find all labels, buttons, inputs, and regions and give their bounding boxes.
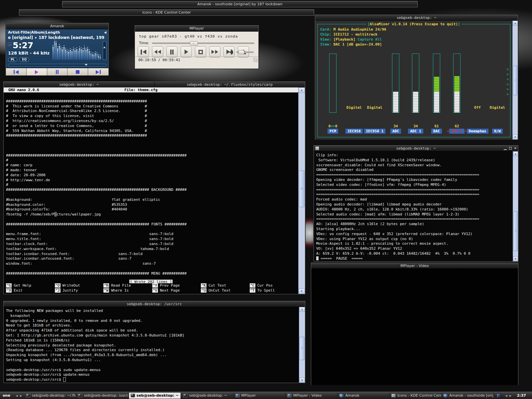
scrollbar-thumb[interactable] — [300, 337, 305, 360]
window-tab-fluxbox-styles[interactable]: seb@seb-desktop: ~/.fluxbox/styles/carp — [155, 82, 305, 87]
terminal-titlebar[interactable]: seb@seb-desktop: /usr/src — [4, 301, 305, 307]
task-terminal-home-active[interactable]: seb@seb-desktop: ~ — [129, 393, 181, 399]
scrollbar[interactable]: ▲ ▼ — [298, 87, 305, 294]
time-label: Time: — [139, 41, 149, 45]
maximize-button[interactable] — [509, 147, 512, 150]
track-progress-bar[interactable] — [8, 64, 106, 66]
scrollbar[interactable]: ▲ ▼ — [299, 307, 305, 383]
task-kde-control-center[interactable]: Icons - KDE Control Cent — [390, 393, 442, 399]
nano-edit-area[interactable]: ########################################… — [4, 92, 298, 278]
terminal-output[interactable]: The following NEW packages will be insta… — [4, 307, 299, 383]
resize-grip[interactable] — [253, 58, 258, 62]
stop-button[interactable] — [67, 68, 88, 76]
stop-button[interactable] — [195, 46, 206, 58]
mixer-channel-pcm[interactable]: 0<>0 PCM — [323, 54, 343, 137]
amarok-icon — [339, 394, 343, 397]
mixer-channel-dac-1-selected[interactable]: 62 <DAC 1> — [447, 54, 467, 137]
iconbar-next-arrow[interactable]: ► — [509, 394, 512, 397]
terminal-icon — [26, 394, 30, 397]
desktop[interactable]: Amarok - southside [original] by 187 loc… — [0, 0, 532, 399]
fast-forward-button[interactable] — [209, 46, 220, 58]
iconbar-prev-arrow[interactable]: ◄ — [505, 394, 507, 397]
skip-forward-icon — [226, 50, 230, 54]
scrollbar[interactable]: ▲ ▼ — [513, 151, 518, 261]
scrollbar[interactable]: ▲ ▼ — [512, 21, 518, 140]
next-track-button[interactable] — [88, 68, 108, 76]
task-amarok[interactable]: Amarok — [337, 393, 389, 399]
mixer-channel-hw[interactable]: Digital H/W — [487, 54, 507, 137]
volume-bar — [329, 54, 336, 113]
scroll-up-arrow[interactable]: ▲ — [513, 21, 518, 26]
volume-slider[interactable] — [236, 52, 254, 53]
previous-track-button[interactable] — [6, 68, 27, 76]
shaded-window-kde-control-center[interactable]: Icons - KDE Control Center — [19, 9, 314, 16]
mixer-channel-iec958[interactable]: Digital IEC958 — [344, 54, 364, 137]
task-mplayer[interactable]: MPlayer — [234, 393, 286, 399]
seek-slider[interactable] — [152, 43, 254, 44]
separator-dot — [35, 37, 37, 39]
spectrum-analyzer[interactable] — [53, 41, 101, 60]
mixer-channel-adc[interactable]: 34 ADC — [386, 54, 406, 137]
amarok-titlebar[interactable]: Amarok — [6, 23, 108, 29]
workspace-next-arrow[interactable]: ► — [20, 394, 22, 397]
terminal-titlebar[interactable]: seb@seb-desktop: ~ × — [314, 146, 518, 151]
play-button[interactable] — [181, 46, 192, 58]
skip-back-button[interactable] — [138, 46, 149, 58]
task-terminal-usrsrc[interactable]: seb@seb-desktop: /usr/sr — [76, 393, 128, 399]
scroll-up-arrow[interactable]: ▲ — [513, 151, 518, 156]
window-title: seb@seb-desktop: ~ — [396, 146, 436, 151]
scrollbar-thumb[interactable] — [299, 171, 305, 207]
scroll-down-arrow[interactable]: ▼ — [299, 378, 305, 383]
mixer-channel-adc-1[interactable]: 34 ADC 1 — [406, 54, 426, 137]
rewind-button[interactable] — [152, 46, 163, 58]
mplayer-titlebar[interactable]: MPlayer — [135, 26, 258, 32]
window-tab-home[interactable]: seb@seb-desktop: ~ — [4, 82, 155, 87]
stop-icon — [76, 70, 79, 74]
video-canvas[interactable] — [311, 269, 518, 385]
mixer-channel-dac[interactable]: 61 DAC — [427, 54, 447, 137]
scroll-up-arrow[interactable]: ▲ — [299, 87, 305, 93]
scroll-down-arrow[interactable]: ▼ — [513, 256, 518, 261]
shaded-window-amarok-playlist[interactable]: Amarok - southside [original] by 187 loc… — [62, 1, 418, 7]
scroll-down-arrow[interactable]: ▼ — [513, 135, 518, 140]
mixer-channel-iec958-1[interactable]: Digital IEC958 1 — [364, 54, 386, 137]
task-mplayer-video[interactable]: MPlayer - Video — [286, 393, 337, 399]
mixer-channel-deemphasis[interactable]: Off Deemphas — [467, 54, 487, 137]
scroll-down-arrow[interactable]: ▼ — [299, 289, 305, 294]
bitrate-label: 128 kBit - 44 kHz — [8, 51, 51, 56]
terminal-cursor — [63, 377, 66, 382]
task-terminal-fluxbox[interactable]: seb@seb-desktop: ~/.flu — [24, 393, 76, 399]
task-amarok-southside[interactable]: Amarok - southside [orig — [442, 393, 493, 399]
systray-icon[interactable] — [496, 393, 501, 398]
speaker-icon[interactable] — [230, 50, 234, 54]
volume-icon[interactable] — [104, 31, 106, 34]
scrollbar-thumb[interactable] — [513, 211, 518, 251]
task-terminal-home[interactable]: seb@seb-desktop: ~ — [182, 393, 233, 399]
playlist-columns-label: Artist-Title|Album|Length — [8, 30, 60, 35]
close-button[interactable]: × — [514, 147, 516, 150]
video-window-titlebar[interactable]: MPlayer - Video — [311, 263, 518, 269]
workspace-prev-arrow[interactable]: ◄ — [16, 394, 18, 397]
seek-slider-handle[interactable] — [190, 41, 198, 46]
minimize-button[interactable] — [504, 149, 507, 150]
taskbar-clock: 2:37 — [516, 393, 529, 398]
playlist-button[interactable]: PL — [8, 58, 17, 62]
scroll-up-arrow[interactable]: ▲ — [299, 307, 305, 312]
volume-slider-handle[interactable] — [238, 50, 244, 54]
play-button[interactable] — [27, 68, 47, 76]
view-label: View: — [320, 37, 331, 42]
terminal-icon — [131, 394, 135, 397]
equalizer-button[interactable]: EQ — [19, 58, 29, 62]
more-channels-indicator: > > > > > > — [506, 67, 509, 97]
pause-icon — [170, 50, 172, 55]
window-title: seb@seb-desktop: /usr/src — [127, 302, 182, 306]
window-title: MPlayer - Video — [400, 264, 429, 268]
alsamixer-titlebar[interactable]: seb@seb-desktop: ~ — [315, 15, 518, 21]
terminal-output[interactable]: Clip info: Software: VirtualDubMod 1.5.1… — [314, 151, 513, 261]
play-icon — [35, 70, 38, 74]
pause-button[interactable] — [47, 68, 68, 76]
window-icon[interactable] — [315, 146, 319, 150]
scrollbar-thumb[interactable] — [513, 66, 517, 95]
volume-slider[interactable] — [103, 41, 106, 60]
pause-button[interactable] — [166, 46, 178, 58]
